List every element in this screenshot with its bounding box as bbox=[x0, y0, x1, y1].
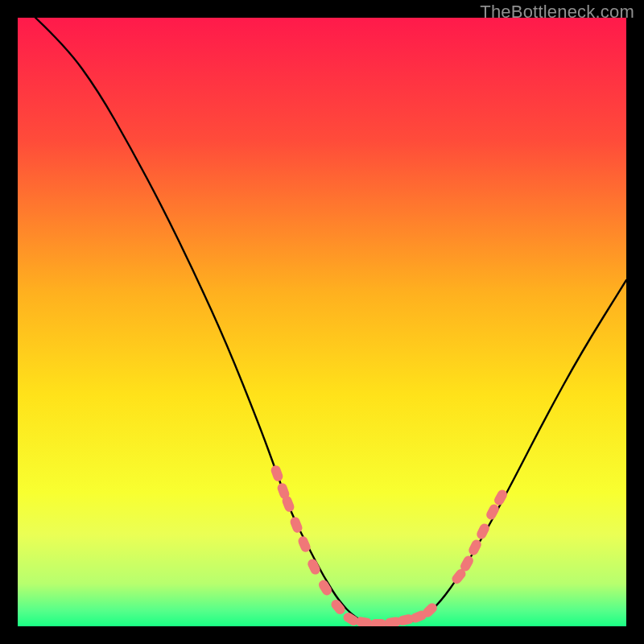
chart-svg bbox=[18, 18, 626, 626]
watermark-text: TheBottleneck.com bbox=[480, 2, 634, 23]
plot-area bbox=[18, 18, 626, 626]
marker-dot bbox=[370, 619, 386, 626]
